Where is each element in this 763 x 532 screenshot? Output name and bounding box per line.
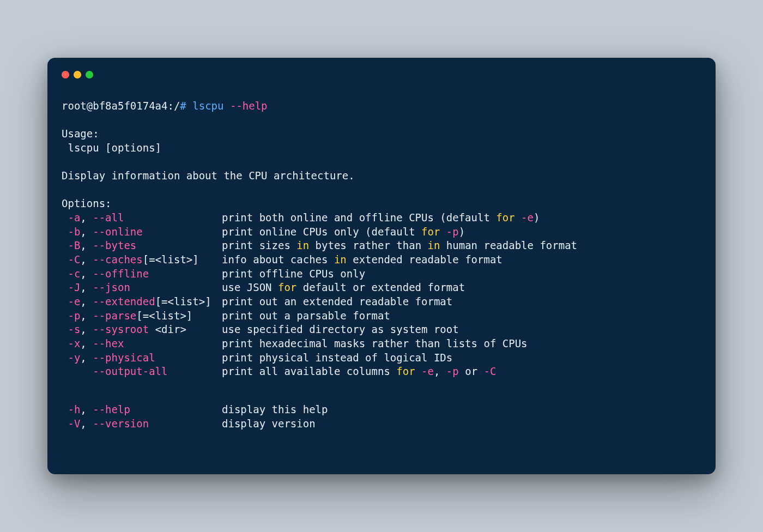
maximize-icon[interactable] — [86, 71, 93, 78]
option-long: --json — [93, 281, 130, 293]
option-flags: -h, --help — [62, 403, 222, 417]
option-short: -B — [68, 239, 80, 251]
command-flag: --help — [230, 100, 268, 112]
option-row: -x, --hexprint hexadecimal masks rather … — [62, 337, 701, 351]
option-description: info about caches in extended readable f… — [222, 253, 502, 265]
command-name: lscpu — [192, 100, 223, 112]
option-row: -V, --versiondisplay version — [62, 417, 701, 431]
option-description: use specified directory as system root — [222, 323, 459, 335]
option-flags: -e, --extended[=<list>] — [62, 295, 222, 309]
minimize-icon[interactable] — [74, 71, 81, 78]
option-long: --physical — [93, 352, 155, 364]
option-flags: -B, --bytes — [62, 239, 222, 253]
description-line: Display information about the CPU archit… — [62, 170, 355, 182]
option-long: --sysroot — [93, 323, 149, 335]
option-short: -x — [68, 337, 80, 349]
option-row: -e, --extended[=<list>]print out an exte… — [62, 295, 701, 309]
option-flags: -s, --sysroot <dir> — [62, 323, 222, 337]
option-description: print offline CPUs only — [222, 268, 365, 280]
option-row: -h, --helpdisplay this help — [62, 403, 701, 417]
option-description: display version — [222, 418, 316, 430]
option-row: --output-allprint all available columns … — [62, 365, 701, 379]
option-description: use JSON for default or extended format — [222, 281, 465, 293]
prompt-hash: # — [180, 100, 186, 112]
option-long: --output-all — [93, 365, 167, 377]
option-long: --hex — [93, 337, 124, 349]
option-long: --caches — [93, 253, 143, 265]
option-flags: --output-all — [62, 365, 222, 379]
option-short: -s — [68, 323, 80, 335]
option-short: -h — [68, 403, 80, 415]
option-long: --help — [93, 403, 130, 415]
option-flags: -y, --physical — [62, 351, 222, 365]
option-short: -C — [68, 253, 80, 265]
option-description: display this help — [222, 403, 328, 415]
terminal-window: root@bf8a5f0174a4:/# lscpu --help Usage:… — [47, 58, 716, 474]
option-row: -b, --onlineprint online CPUs only (defa… — [62, 225, 701, 239]
option-long: --parse — [93, 310, 136, 322]
option-long: --version — [93, 418, 149, 430]
option-long: --extended — [93, 295, 155, 307]
option-row: -B, --bytesprint sizes in bytes rather t… — [62, 239, 701, 253]
option-short: -V — [68, 418, 80, 430]
terminal-content[interactable]: root@bf8a5f0174a4:/# lscpu --help Usage:… — [62, 99, 701, 431]
option-arg: <dir> — [149, 323, 186, 335]
option-flags: -J, --json — [62, 281, 222, 295]
options-list: -a, --allprint both online and offline C… — [62, 211, 701, 379]
option-short: -b — [68, 226, 80, 238]
option-row: -y, --physicalprint physical instead of … — [62, 351, 701, 365]
option-short: -a — [68, 211, 80, 223]
option-description: print physical instead of logical IDs — [222, 352, 452, 364]
option-arg: [=<list>] — [155, 295, 211, 307]
option-row: -a, --allprint both online and offline C… — [62, 211, 701, 225]
option-description: print out a parsable format — [222, 310, 390, 322]
option-flags: -V, --version — [62, 417, 222, 431]
option-short: -J — [68, 281, 80, 293]
option-long: --offline — [93, 268, 149, 280]
option-description: print hexadecimal masks rather than list… — [222, 337, 528, 349]
option-description: print both online and offline CPUs (defa… — [222, 211, 540, 223]
option-short: -p — [68, 310, 80, 322]
option-flags: -c, --offline — [62, 267, 222, 281]
option-flags: -C, --caches[=<list>] — [62, 253, 222, 267]
option-short: -c — [68, 268, 80, 280]
option-row: -C, --caches[=<list>]info about caches i… — [62, 253, 701, 267]
option-flags: -x, --hex — [62, 337, 222, 351]
options-list-secondary: -h, --helpdisplay this help -V, --versio… — [62, 403, 701, 431]
option-short: -e — [68, 295, 80, 307]
option-description: print all available columns for -e, -p o… — [222, 365, 496, 377]
option-long: --online — [93, 226, 143, 238]
option-short: -y — [68, 352, 80, 364]
option-description: print out an extended readable format — [222, 295, 452, 307]
options-header: Options: — [62, 197, 112, 209]
option-description: print online CPUs only (default for -p) — [222, 226, 465, 238]
option-arg: [=<list>] — [136, 310, 192, 322]
option-row: -p, --parse[=<list>]print out a parsable… — [62, 309, 701, 323]
option-flags: -a, --all — [62, 211, 222, 225]
option-arg: [=<list>] — [143, 253, 199, 265]
option-flags: -p, --parse[=<list>] — [62, 309, 222, 323]
option-long: --bytes — [93, 239, 136, 251]
usage-line: lscpu [options] — [62, 142, 161, 154]
option-long: --all — [93, 211, 124, 223]
option-description: print sizes in bytes rather than in huma… — [222, 239, 577, 251]
option-row: -s, --sysroot <dir>use specified directo… — [62, 323, 701, 337]
shell-prompt: root@bf8a5f0174a4:/ — [62, 100, 180, 112]
close-icon[interactable] — [62, 71, 69, 78]
window-controls — [62, 71, 701, 78]
option-flags: -b, --online — [62, 225, 222, 239]
usage-header: Usage: — [62, 128, 99, 140]
option-row: -J, --jsonuse JSON for default or extend… — [62, 281, 701, 295]
option-row: -c, --offlineprint offline CPUs only — [62, 267, 701, 281]
